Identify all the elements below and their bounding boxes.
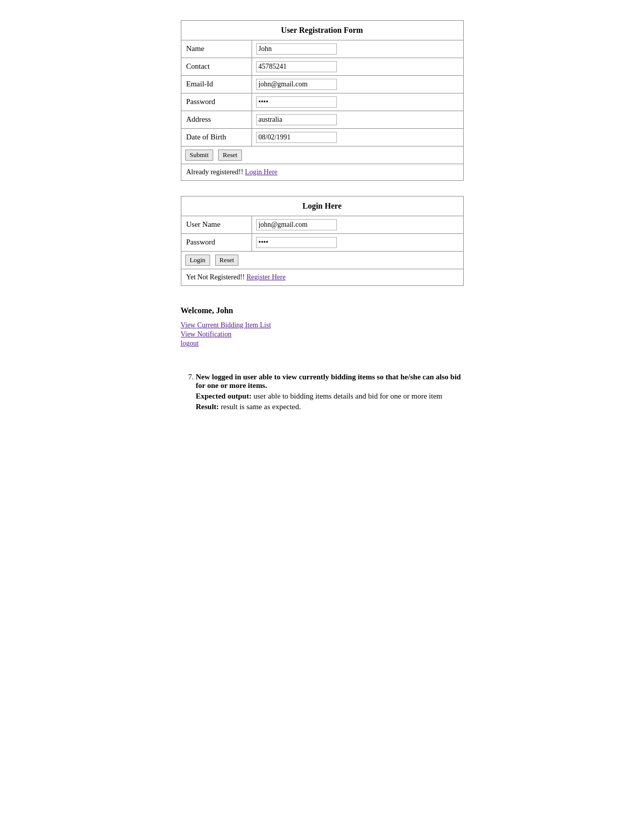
reg-contact-row: Contact (181, 58, 463, 76)
login-form: Login Here User Name Password Login Rese… (181, 196, 464, 286)
login-register-link[interactable]: Register Here (246, 273, 285, 281)
reg-name-value (252, 40, 463, 58)
reg-dob-row: Date of Birth (181, 129, 463, 146)
link-logout[interactable]: logout (181, 339, 464, 348)
expected-output-label: Expected output: (196, 392, 252, 400)
page-container: User Registration Form Name Contact Emai… (181, 20, 464, 411)
reg-email-input[interactable] (256, 79, 337, 90)
reg-dob-value (252, 129, 463, 146)
reg-address-value (252, 111, 463, 128)
welcome-message: Welcome, John (181, 306, 464, 315)
login-buttons: Login Reset (181, 252, 243, 269)
reg-address-row: Address (181, 111, 463, 129)
reg-password-input[interactable] (256, 96, 337, 108)
reg-reset-button[interactable]: Reset (218, 150, 242, 161)
reg-contact-input[interactable] (256, 61, 337, 72)
login-username-value (252, 216, 463, 233)
reg-email-label: Email-Id (181, 76, 252, 93)
registration-form: User Registration Form Name Contact Emai… (181, 20, 464, 181)
test-case-expected-7: Expected output: user able to bidding it… (196, 392, 464, 401)
result-value: result is same as expected. (221, 403, 301, 411)
login-reset-button[interactable]: Reset (215, 255, 239, 266)
reg-password-row: Password (181, 93, 463, 111)
login-username-input[interactable] (256, 219, 337, 230)
test-case-list: New logged in user able to view currentl… (181, 373, 464, 411)
reg-address-input[interactable] (256, 114, 337, 125)
reg-buttons: Submit Reset (181, 146, 246, 164)
login-password-row: Password (181, 234, 463, 252)
reg-footer-text: Already registered!! (186, 168, 245, 176)
reg-login-link[interactable]: Login Here (245, 168, 277, 176)
login-username-label: User Name (181, 216, 252, 233)
login-form-title: Login Here (181, 197, 463, 216)
registration-form-title: User Registration Form (181, 21, 463, 40)
login-button[interactable]: Login (185, 255, 210, 266)
reg-contact-label: Contact (181, 58, 252, 75)
reg-password-value (252, 93, 463, 111)
reg-password-label: Password (181, 93, 252, 111)
reg-buttons-row: Submit Reset (181, 146, 463, 164)
reg-footer: Already registered!! Login Here (181, 164, 463, 180)
login-password-value (252, 234, 463, 251)
login-username-row: User Name (181, 216, 463, 234)
login-password-input[interactable] (256, 237, 337, 248)
reg-address-label: Address (181, 111, 252, 128)
test-case-title-7: New logged in user able to view currentl… (196, 373, 464, 390)
test-case-result-7: Result: result is same as expected. (196, 403, 464, 411)
reg-email-value (252, 76, 463, 93)
reg-name-label: Name (181, 40, 252, 58)
reg-name-input[interactable] (256, 43, 337, 55)
reg-email-row: Email-Id (181, 76, 463, 93)
link-view-notification[interactable]: View Notification (181, 330, 464, 338)
reg-dob-input[interactable] (256, 132, 337, 143)
login-password-label: Password (181, 234, 252, 251)
login-footer-text: Yet Not Registered!! (186, 273, 247, 281)
login-footer: Yet Not Registered!! Register Here (181, 269, 463, 285)
reg-dob-label: Date of Birth (181, 129, 252, 146)
expected-output-value: user able to bidding items details and b… (254, 392, 442, 400)
result-label: Result: (196, 403, 219, 411)
test-case-section: New logged in user able to view currentl… (181, 373, 464, 411)
welcome-section: Welcome, John View Current Bidding Item … (181, 301, 464, 353)
reg-submit-button[interactable]: Submit (185, 150, 214, 161)
login-buttons-row: Login Reset (181, 252, 463, 269)
link-bidding-items[interactable]: View Current Bidding Item List (181, 321, 464, 329)
test-case-item-7: New logged in user able to view currentl… (196, 373, 464, 411)
reg-name-row: Name (181, 40, 463, 58)
reg-contact-value (252, 58, 463, 75)
welcome-links: View Current Bidding Item List View Noti… (181, 321, 464, 348)
